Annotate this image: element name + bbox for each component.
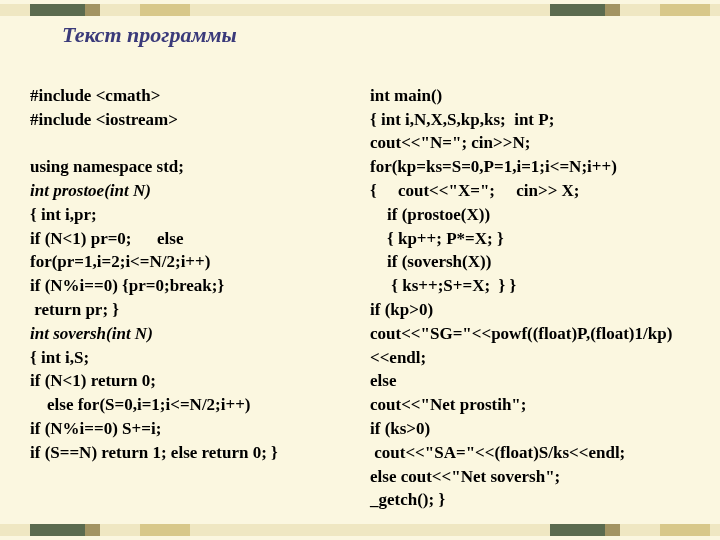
code-line: using namespace std; [30, 157, 184, 176]
code-line: if (N<1) return 0; [30, 371, 156, 390]
code-line: cout<<"Net prostih"; [370, 395, 526, 414]
code-line: cout<<"SA="<<(float)S/ks<<endl; [370, 443, 625, 462]
code-line: { kp++; P*=X; } [370, 229, 504, 248]
code-line: else cout<<"Net soversh"; [370, 467, 560, 486]
code-line: else for(S=0,i=1;i<=N/2;i++) [30, 395, 251, 414]
code-line: if (kp>0) [370, 300, 433, 319]
code-line: cout<<"SG="<<powf((float)P,(float)1/kp)<… [370, 324, 672, 367]
code-column-left: #include <cmath> #include <iostream> usi… [30, 60, 350, 465]
code-line: { int i,pr; [30, 205, 97, 224]
code-line: if (prostoe(X)) [370, 205, 490, 224]
code-line: _getch(); } [370, 490, 445, 509]
code-line: int prostoe(int N) [30, 181, 151, 200]
code-line: { ks++;S+=X; } } [370, 276, 516, 295]
code-line: if (N%i==0) S+=i; [30, 419, 161, 438]
code-line: if (ks>0) [370, 419, 430, 438]
code-line: cout<<"N="; cin>>N; [370, 133, 530, 152]
code-line: int soversh(int N) [30, 324, 153, 343]
code-line: if (N%i==0) {pr=0;break;} [30, 276, 224, 295]
code-line: return pr; } [30, 300, 119, 319]
code-line: if (S==N) return 1; else return 0; } [30, 443, 278, 462]
code-line: { int i,S; [30, 348, 89, 367]
decorative-stripe-top [0, 4, 720, 16]
code-line: for(pr=1,i=2;i<=N/2;i++) [30, 252, 210, 271]
code-line: if (soversh(X)) [370, 252, 491, 271]
code-line: int main() [370, 86, 442, 105]
code-line: #include <iostream> [30, 110, 178, 129]
code-line: else [370, 371, 396, 390]
code-line: { int i,N,X,S,kp,ks; int P; [370, 110, 554, 129]
code-line: if (N<1) pr=0; else [30, 229, 183, 248]
code-line: { cout<<"X="; cin>> X; [370, 181, 580, 200]
decorative-stripe-bottom [0, 524, 720, 536]
code-line: #include <cmath> [30, 86, 160, 105]
slide-title: Текст программы [62, 22, 237, 48]
code-line: for(kp=ks=S=0,P=1,i=1;i<=N;i++) [370, 157, 617, 176]
code-column-right: int main() { int i,N,X,S,kp,ks; int P; c… [370, 60, 690, 512]
